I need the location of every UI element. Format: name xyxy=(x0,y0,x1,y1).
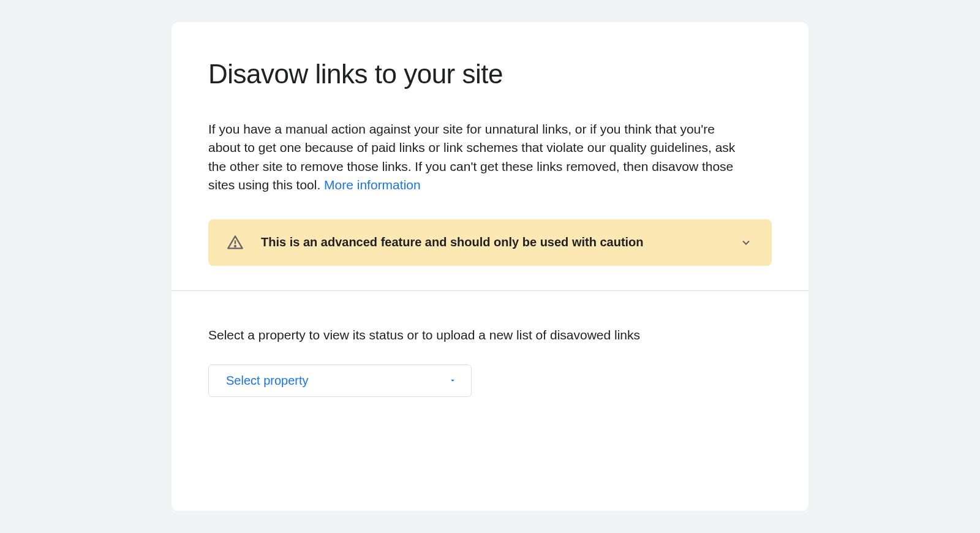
page-title: Disavow links to your site xyxy=(208,59,772,89)
description-body: If you have a manual action against your… xyxy=(208,122,735,192)
warning-triangle-icon xyxy=(227,234,244,251)
lower-section: Select a property to view its status or … xyxy=(172,291,809,440)
select-property-dropdown[interactable]: Select property xyxy=(208,365,472,397)
select-property-label: Select a property to view its status or … xyxy=(208,328,772,342)
warning-banner[interactable]: This is an advanced feature and should o… xyxy=(208,219,772,266)
upper-section: Disavow links to your site If you have a… xyxy=(172,22,809,290)
main-card: Disavow links to your site If you have a… xyxy=(172,22,809,511)
warning-text: This is an advanced feature and should o… xyxy=(261,235,722,249)
svg-point-1 xyxy=(235,246,236,247)
select-property-text: Select property xyxy=(226,374,309,388)
description-text: If you have a manual action against your… xyxy=(208,120,747,195)
chevron-down-icon xyxy=(739,235,753,250)
more-information-link[interactable]: More information xyxy=(324,178,421,192)
dropdown-arrow-icon xyxy=(447,374,459,387)
